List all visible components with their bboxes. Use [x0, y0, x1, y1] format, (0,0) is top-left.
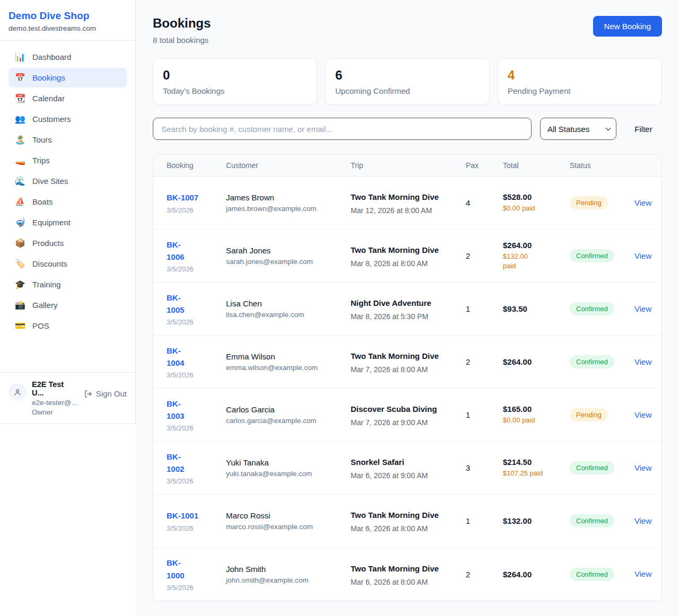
sidebar-item-gallery[interactable]: 📸 Gallery	[8, 295, 127, 315]
customer-email: marco.rossi@example.com	[226, 523, 345, 531]
sidebar-item-discounts[interactable]: 🏷️ Discounts	[8, 254, 127, 274]
island-icon: 🏝️	[15, 136, 25, 144]
column-header-trip: Trip	[351, 161, 466, 170]
person-icon	[13, 388, 22, 397]
customer-name: Lisa Chen	[226, 299, 345, 308]
sidebar-item-equipment[interactable]: 🤿 Equipment	[8, 213, 127, 232]
sidebar-item-tours[interactable]: 🏝️ Tours	[8, 130, 127, 149]
view-link[interactable]: View	[634, 304, 651, 313]
total-amount: $528.00	[503, 192, 564, 201]
view-link[interactable]: View	[634, 198, 651, 207]
column-header-total: Total	[503, 161, 570, 170]
status-badge: Pending	[570, 408, 608, 421]
table-header: Booking Customer Trip Pax Total Status	[153, 154, 661, 177]
pax-count: 1	[466, 304, 503, 313]
trip-name: Discover Scuba Diving	[351, 403, 440, 416]
sidebar-item-dashboard[interactable]: 📊 Dashboard	[8, 47, 127, 67]
booking-date: 3/5/2026	[167, 477, 221, 485]
booking-id-link[interactable]: BK-1000	[167, 557, 190, 582]
customer-email: sarah.jones@example.com	[226, 258, 345, 266]
booking-date: 3/5/2026	[167, 371, 221, 379]
sidebar-header: Demo Dive Shop demo.test.divestreams.com	[0, 0, 135, 41]
stat-value: 6	[335, 68, 480, 83]
view-link[interactable]: View	[634, 463, 651, 472]
booking-date: 3/5/2026	[167, 265, 221, 273]
total-amount: $93.50	[503, 304, 564, 313]
sign-out-button[interactable]: Sign Out	[84, 389, 127, 398]
table-row: BK-1002 3/5/2026 Yuki Tanaka yuki.tanaka…	[153, 442, 661, 495]
trip-datetime: Mar 6, 2026 at 9:00 AM	[351, 471, 460, 480]
total-amount: $214.50	[503, 457, 564, 467]
sidebar-item-boats[interactable]: ⛵ Boats	[8, 192, 127, 212]
booking-id-link[interactable]: BK-1004	[167, 345, 190, 369]
sidebar-item-calendar[interactable]: 📆 Calendar	[8, 89, 127, 108]
people-icon: 👥	[15, 115, 25, 124]
sidebar-item-bookings[interactable]: 📅 Bookings	[8, 68, 127, 87]
total-amount: $264.00	[503, 241, 564, 250]
view-link[interactable]: View	[634, 410, 651, 419]
table-body: BK-1007 3/5/2026 James Brown james.brown…	[153, 177, 661, 601]
booking-id-link[interactable]: BK-1007	[167, 191, 198, 204]
table-row: BK-1005 3/5/2026 Lisa Chen lisa.chen@exa…	[153, 283, 661, 336]
customer-name: Marco Rossi	[226, 511, 345, 520]
view-link[interactable]: View	[634, 251, 651, 260]
stat-label: Pending Payment	[508, 86, 652, 95]
search-input[interactable]	[153, 118, 532, 140]
status-badge: Confirmed	[570, 514, 614, 527]
sidebar-item-trips[interactable]: 🚤 Trips	[8, 151, 127, 170]
sidebar-nav: 📊 Dashboard 📅 Bookings 📆 Calendar 👥 Cust…	[0, 41, 135, 372]
filter-button[interactable]: Filter	[625, 125, 662, 134]
booking-id-link[interactable]: BK-1003	[167, 398, 190, 423]
page-title-block: Bookings 8 total bookings	[153, 16, 211, 45]
booking-date: 3/5/2026	[167, 524, 221, 532]
view-link[interactable]: View	[634, 357, 651, 366]
total-amount: $264.00	[503, 570, 564, 579]
stat-card-upcoming-confirmed: 6 Upcoming Confirmed	[325, 58, 490, 105]
customer-name: John Smith	[226, 565, 345, 574]
booking-id-link[interactable]: BK-1005	[167, 292, 190, 316]
trip-name: Two Tank Morning Dive	[351, 191, 440, 204]
customer-email: yuki.tanaka@example.com	[226, 470, 345, 478]
booking-id-link[interactable]: BK-1002	[167, 451, 190, 476]
total-amount: $165.00	[503, 404, 564, 413]
total-amount: $132.00	[503, 516, 564, 525]
pax-count: 2	[466, 570, 503, 579]
sailboat-icon: ⛵	[15, 198, 25, 206]
sidebar-item-customers[interactable]: 👥 Customers	[8, 109, 127, 129]
status-badge: Confirmed	[570, 461, 614, 474]
user-email: e2e-tester@...	[32, 399, 78, 407]
avatar	[8, 383, 26, 401]
total-bookings-count: 8 total bookings	[153, 36, 211, 45]
sidebar-item-training[interactable]: 🎓 Training	[8, 275, 127, 294]
column-header-pax: Pax	[466, 161, 503, 170]
credit-card-icon: 💳	[15, 322, 25, 330]
booking-id-link[interactable]: BK-1006	[167, 239, 190, 263]
status-badge: Confirmed	[570, 355, 614, 368]
page-title: Bookings	[153, 16, 211, 31]
trip-datetime: Mar 12, 2026 at 8:00 AM	[351, 206, 460, 215]
new-booking-button[interactable]: New Booking	[593, 16, 662, 37]
trip-name: Snorkel Safari	[351, 456, 440, 469]
sidebar-item-products[interactable]: 📦 Products	[8, 233, 127, 253]
user-meta: E2E Test U... e2e-tester@... Owner	[32, 380, 78, 416]
customer-email: emma.wilson@example.com	[226, 364, 345, 372]
sidebar-item-pos[interactable]: 💳 POS	[8, 316, 127, 336]
sidebar-item-dive-sites[interactable]: 🌊 Dive Sites	[8, 171, 127, 191]
view-link[interactable]: View	[634, 569, 651, 578]
status-select[interactable]: All Statuses	[540, 118, 616, 140]
pax-count: 3	[466, 463, 503, 472]
view-link[interactable]: View	[634, 516, 651, 525]
customer-name: Yuki Tanaka	[226, 458, 345, 467]
speedboat-icon: 🚤	[15, 156, 25, 165]
column-header-status: Status	[570, 161, 634, 170]
customer-email: john.smith@example.com	[226, 576, 345, 584]
graduation-icon: 🎓	[15, 280, 25, 289]
status-badge: Pending	[570, 196, 608, 209]
booking-id-link[interactable]: BK-1001	[167, 509, 198, 522]
amount-paid: $107.25 paid	[503, 469, 564, 478]
pax-count: 4	[466, 198, 503, 207]
column-header-customer: Customer	[226, 161, 351, 170]
calendar-icon: 📅	[15, 74, 25, 82]
customer-email: carlos.garcia@example.com	[226, 417, 345, 425]
table-row: BK-1007 3/5/2026 James Brown james.brown…	[153, 177, 661, 230]
